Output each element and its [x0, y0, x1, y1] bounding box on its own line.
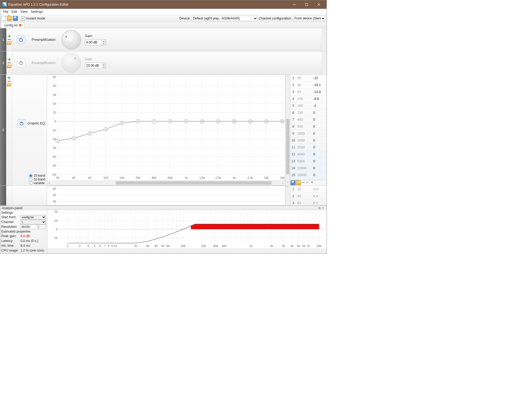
analysis-horizontal-scrollbar[interactable] — [47, 249, 327, 253]
export-icon[interactable] — [291, 180, 295, 185]
band-row[interactable]: 4 100 -8.9 — [290, 95, 327, 102]
band-freq[interactable]: 160 — [296, 104, 312, 108]
remove-filter-icon[interactable] — [8, 63, 11, 63]
scroll-down-icon[interactable]: ˅ — [286, 181, 290, 185]
band-freq[interactable]: 4000 — [296, 152, 312, 156]
power-toggle[interactable] — [17, 59, 25, 67]
band-freq[interactable]: 2500 — [296, 145, 312, 149]
menu-edit[interactable]: Edit — [10, 9, 19, 14]
maximize-button[interactable] — [300, 0, 313, 9]
channel-select[interactable]: L — [20, 220, 46, 224]
band-gain[interactable]: 0 — [312, 145, 327, 149]
menu-settings[interactable]: Settings — [29, 9, 44, 14]
instant-mode-checkbox[interactable] — [21, 17, 25, 21]
band-freq[interactable]: 400 — [296, 118, 312, 122]
add-filter-icon[interactable] — [7, 76, 11, 79]
invert-icon[interactable]: 〰 — [301, 181, 306, 185]
band-row[interactable]: 3638.1 — [290, 200, 327, 205]
band-gain[interactable]: -19.1 — [312, 83, 327, 87]
band-freq[interactable]: 10000 — [296, 166, 312, 170]
band-row[interactable]: 5 160 -2 — [290, 102, 327, 109]
reset-icon[interactable]: ✕ — [311, 181, 315, 185]
band-gain[interactable]: 0 — [312, 152, 327, 156]
band-gain[interactable]: 0 — [312, 173, 327, 177]
add-filter-icon[interactable] — [8, 58, 11, 61]
band-row[interactable]: 8 630 0 — [290, 123, 327, 130]
analysis-chart[interactable]: 20100-1023456789102030405060100200300400… — [47, 210, 327, 253]
device-select[interactable]: Default (ag03 play - AG06/AG03) — [192, 16, 258, 21]
band-freq[interactable]: 16000 — [296, 173, 312, 177]
start-from-select[interactable]: config.txt — [20, 215, 46, 220]
band-row[interactable]: 14 10000 0 — [290, 165, 327, 172]
edit-filter-icon[interactable] — [7, 83, 12, 86]
band-freq[interactable]: 1000 — [296, 132, 312, 135]
spin-down-icon[interactable]: ▼ — [102, 43, 106, 45]
power-toggle[interactable] — [17, 35, 25, 44]
band-row[interactable]: 15 16000 0 — [290, 172, 327, 179]
gain-input[interactable]: ▲▼ — [85, 39, 106, 45]
remove-filter-icon[interactable] — [7, 81, 11, 82]
row-index[interactable]: 2 — [0, 51, 6, 74]
band-row[interactable]: 10 1600 0 — [290, 137, 327, 144]
gain-input[interactable]: ▲▼ — [85, 63, 106, 68]
new-file-icon[interactable] — [1, 16, 6, 21]
band-row[interactable]: 11 2500 0 — [290, 144, 327, 151]
band-row[interactable]: 2 40 -19.1 — [290, 82, 327, 88]
minimize-button[interactable] — [288, 0, 300, 9]
menu-file[interactable]: File — [1, 9, 10, 14]
band-mode-variable[interactable]: variable — [29, 181, 45, 185]
gain-knob[interactable] — [61, 30, 81, 50]
band-row[interactable]: 1254.4 — [290, 186, 327, 193]
band-row[interactable]: 2406.4 — [290, 193, 327, 200]
band-gain[interactable]: 0 — [312, 166, 327, 170]
edit-filter-icon[interactable] — [7, 65, 12, 68]
close-button[interactable] — [313, 0, 325, 9]
row-scrollbar[interactable] — [322, 28, 327, 51]
row-index[interactable]: 3 — [0, 75, 6, 185]
band-mode-15[interactable]: 15-band — [29, 174, 45, 177]
geq-vertical-scrollbar[interactable]: ˄ ˅ — [285, 75, 290, 185]
band-freq[interactable]: 25 — [296, 76, 312, 80]
band-row[interactable]: 9 1000 0 — [290, 130, 327, 137]
menu-view[interactable]: View — [19, 9, 29, 14]
band-gain[interactable]: -13.8 — [312, 90, 327, 94]
band-row[interactable]: 1 25 -22 — [290, 75, 327, 82]
spin-down-icon[interactable]: ▼ — [102, 66, 106, 68]
normalize-icon[interactable]: ⤢ — [306, 181, 310, 185]
band-freq[interactable]: 630 — [296, 125, 312, 128]
band-gain[interactable]: 0 — [312, 125, 327, 128]
band-gain[interactable]: -2 — [312, 104, 327, 108]
band-gain[interactable]: -8.9 — [312, 97, 327, 101]
undock-icon[interactable]: ⧉ — [317, 206, 321, 210]
close-panel-icon[interactable]: × — [321, 206, 325, 210]
band-freq[interactable]: 1600 — [296, 139, 312, 142]
tab-config[interactable]: config.txt — [1, 22, 24, 28]
band-row[interactable]: 12 4000 0 — [290, 151, 327, 158]
band-gain[interactable]: 0 — [312, 159, 327, 163]
edit-filter-icon[interactable] — [7, 42, 12, 45]
band-row[interactable]: 13 6300 0 — [290, 158, 327, 165]
spin-up-icon[interactable]: ▲ — [102, 63, 106, 66]
band-gain[interactable]: 0 — [312, 118, 327, 122]
channel-config-select[interactable]: From device (Stereo) — [293, 16, 325, 21]
resolution-input[interactable]: ▲▼ — [20, 224, 46, 229]
geq2-vertical-scrollbar[interactable]: ˄ — [285, 186, 290, 205]
geq-horizontal-scrollbar[interactable]: ‹ › — [47, 180, 285, 185]
band-freq[interactable]: 40 — [296, 83, 312, 87]
import-icon[interactable] — [296, 180, 301, 185]
row-scrollbar[interactable] — [322, 51, 327, 74]
band-gain[interactable]: 0 — [312, 132, 327, 135]
geq-chart[interactable]: 50403020100-10-20-30-40-50-6025406310016… — [47, 75, 285, 185]
remove-filter-icon[interactable] — [8, 39, 11, 40]
band-gain[interactable]: -22 — [312, 76, 327, 80]
band-freq[interactable]: 100 — [296, 97, 312, 101]
row-index[interactable]: 1 — [0, 28, 6, 51]
save-file-icon[interactable] — [13, 16, 18, 21]
scroll-up-icon[interactable]: ˄ — [286, 75, 290, 79]
band-freq[interactable]: 250 — [296, 111, 312, 115]
band-freq[interactable]: 6300 — [296, 159, 312, 163]
scroll-right-icon[interactable]: › — [281, 181, 285, 185]
band-gain[interactable]: 0 — [312, 139, 327, 142]
band-mode-31[interactable]: 31-band — [29, 177, 45, 181]
row-index[interactable] — [0, 186, 6, 205]
